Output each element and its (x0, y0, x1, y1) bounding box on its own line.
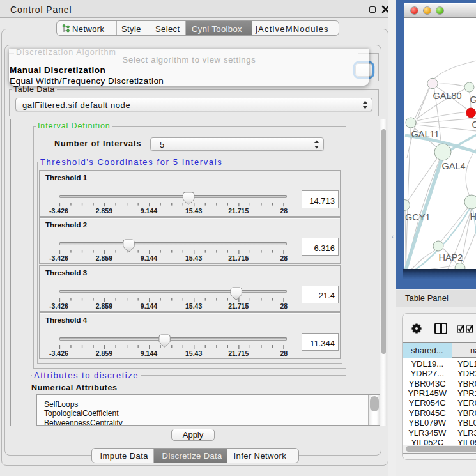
svg-text:GAL4: GAL4 (442, 161, 466, 171)
svg-text:HAP2: HAP2 (439, 252, 463, 263)
svg-text:GCY1: GCY1 (405, 212, 431, 222)
svg-text:HA: HA (470, 211, 476, 222)
svg-text:GAL80: GAL80 (433, 91, 462, 101)
svg-text:CY: CY (472, 119, 476, 130)
svg-text:GAL2: GAL2 (470, 95, 476, 105)
svg-text:GAL11: GAL11 (411, 129, 440, 139)
